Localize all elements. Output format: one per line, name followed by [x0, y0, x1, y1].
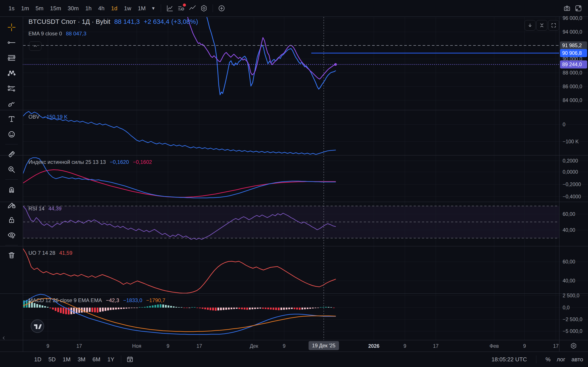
time-label: 9: [404, 343, 406, 349]
time-label: 9: [47, 343, 49, 349]
macd-legend: MACD 12 26 close 9 EMA EMA−42,3−1833,0−1…: [28, 297, 165, 303]
axis-label: 2 500,0: [563, 293, 579, 299]
uo-legend-value-0: 41,59: [59, 250, 72, 256]
symbol-title[interactable]: BTCUSDT Спот · 1Д · Bybit: [28, 18, 110, 25]
price-change: +2 634,4 (+3,08%): [144, 18, 198, 25]
chevron-up-icon: [32, 43, 38, 49]
time-label: 17: [433, 343, 439, 349]
axis-label: −100 K: [563, 139, 579, 145]
axis-label: −2 500,0: [563, 317, 582, 322]
gear-icon: [570, 342, 577, 350]
crosshair-date-badge: 19 Дек '25: [309, 341, 339, 350]
arrow-down-icon: [527, 22, 533, 28]
obv-line: [23, 111, 336, 154]
uo-legend-title[interactable]: UO 7 14 28: [28, 250, 55, 256]
price-line: [206, 14, 336, 95]
time-label: Ноя: [132, 343, 141, 349]
compare-line: [187, 14, 336, 79]
uo-legend: UO 7 14 2841,59: [28, 250, 72, 256]
rsi-legend-value-0: 44,39: [48, 206, 61, 212]
axis-label: 60,00: [563, 259, 575, 265]
obv-legend-value-0: −150,19 K: [43, 114, 68, 120]
tradingview-chart-window: 1s1m5m15m30m1h4h1d1w1M ▼ BTCUSDT Спот · …: [0, 0, 588, 367]
price-badge: 91 985,2: [560, 42, 587, 50]
time-label: 9: [167, 343, 170, 349]
axis-label: −0,4000: [563, 194, 581, 200]
axis-label: 88 000,0: [563, 70, 582, 76]
chevron-left-icon: [0, 335, 7, 341]
rsi-legend: RSI 1444,39: [28, 206, 61, 212]
ema-label[interactable]: EMA 9 close 0: [28, 31, 62, 37]
macd-legend-value-0: −42,3: [106, 297, 119, 303]
time-label: Фев: [490, 343, 499, 349]
macd-legend-title[interactable]: MACD 12 26 close 9 EMA EMA: [28, 297, 102, 303]
time-label: 17: [553, 343, 559, 349]
legend-collapse-button[interactable]: [29, 42, 41, 51]
time-label: 9: [283, 343, 286, 349]
tradingview-logo[interactable]: [30, 319, 45, 333]
axis-label: 60,00: [563, 211, 575, 217]
obv-legend-title[interactable]: OBV: [28, 114, 40, 120]
tsi-legend-value-1: −0,1602: [133, 159, 152, 165]
macd-legend-value-1: −1833,0: [123, 297, 142, 303]
axis-label: 0,0: [563, 305, 570, 311]
price-badge: 89 244,0: [560, 60, 587, 69]
tsi-legend-value-0: −0,1620: [110, 159, 129, 165]
tsi-legend: Индекс истинной силы 25 13 13−0,1620−0,1…: [28, 159, 152, 165]
axis-label: 0,2000: [563, 158, 578, 164]
pane-collapse-button[interactable]: [536, 20, 547, 31]
axis-label: 0: [563, 122, 565, 128]
time-label: Дек: [250, 343, 258, 349]
pane-move-down-button[interactable]: [525, 20, 536, 31]
axis-label: 86 000,0: [563, 84, 582, 90]
rsi-legend-title[interactable]: RSI 14: [28, 206, 44, 212]
tsi-signal-line: [23, 170, 336, 197]
axis-label: 40,00: [563, 227, 575, 233]
axis-label: 94 000,0: [563, 29, 582, 35]
chart-canvas[interactable]: [0, 0, 588, 367]
collapse-icon: [539, 22, 545, 28]
ema-legend: EMA 9 close 0 88 047,3: [28, 31, 86, 37]
axis-label: −5 000,0: [563, 328, 582, 334]
time-label: 2026: [368, 343, 379, 349]
macd-legend-value-2: −1790,7: [146, 297, 165, 303]
axis-label: 84 000,0: [563, 97, 582, 103]
ema-value: 88 047,3: [66, 31, 86, 37]
axis-label: 40,00: [563, 278, 575, 284]
symbol-legend: BTCUSDT Спот · 1Д · Bybit 88 141,3 +2 63…: [28, 18, 198, 25]
scroll-left-chevron-icon[interactable]: [0, 335, 7, 341]
maximize-icon: [551, 22, 557, 28]
tsi-legend-title[interactable]: Индекс истинной силы 25 13 13: [28, 159, 106, 165]
obv-legend: OBV−150,19 K: [28, 114, 68, 120]
time-label: 17: [196, 343, 202, 349]
axis-label: 0,0000: [563, 169, 578, 175]
last-price: 88 141,3: [114, 18, 140, 25]
scales-settings-gear-icon[interactable]: [570, 342, 577, 350]
time-label: 9: [523, 343, 526, 349]
axis-label: 96 000,0: [563, 15, 582, 21]
price-badge: 90 906,8: [560, 49, 587, 57]
pane-maximize-button[interactable]: [548, 20, 559, 31]
axis-label: −0,2000: [563, 182, 581, 187]
time-label: 17: [76, 343, 82, 349]
